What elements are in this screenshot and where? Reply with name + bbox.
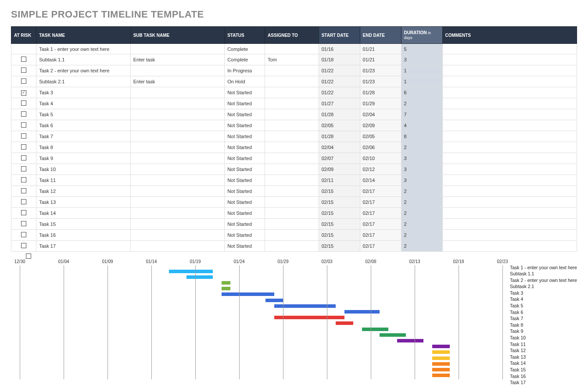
risk-checkbox[interactable] xyxy=(21,177,26,182)
task-name-cell[interactable]: Subtask 1.1 xyxy=(36,54,130,65)
task-name-cell[interactable]: Task 17 xyxy=(36,240,130,251)
risk-checkbox[interactable] xyxy=(21,232,26,237)
assigned-cell[interactable] xyxy=(265,175,319,185)
comments-cell[interactable] xyxy=(442,98,577,109)
comments-cell[interactable] xyxy=(442,44,577,54)
end-date-cell[interactable]: 01/21 xyxy=(360,44,401,54)
start-date-cell[interactable]: 02/05 xyxy=(319,120,360,131)
status-cell[interactable]: Not Started xyxy=(225,185,265,196)
end-date-cell[interactable]: 02/10 xyxy=(360,153,401,164)
start-date-cell[interactable]: 01/27 xyxy=(319,98,360,109)
subtask-name-cell[interactable] xyxy=(130,131,224,142)
status-cell[interactable]: Not Started xyxy=(225,218,265,229)
status-cell[interactable]: Not Started xyxy=(225,240,265,251)
start-date-cell[interactable]: 01/18 xyxy=(319,54,360,65)
subtask-name-cell[interactable] xyxy=(130,240,224,251)
end-date-cell[interactable]: 02/04 xyxy=(360,109,401,120)
task-name-cell[interactable]: Task 11 xyxy=(36,175,130,185)
start-date-cell[interactable]: 02/15 xyxy=(319,218,360,229)
assigned-cell[interactable] xyxy=(265,185,319,196)
start-date-cell[interactable]: 01/28 xyxy=(319,109,360,120)
status-cell[interactable]: Not Started xyxy=(225,196,265,207)
risk-checkbox[interactable] xyxy=(21,221,26,226)
status-cell[interactable]: Not Started xyxy=(225,142,265,153)
comments-cell[interactable] xyxy=(442,87,577,98)
duration-cell[interactable]: 2 xyxy=(401,207,442,218)
assigned-cell[interactable] xyxy=(265,109,319,120)
task-name-cell[interactable]: Task 16 xyxy=(36,229,130,240)
start-date-cell[interactable]: 01/28 xyxy=(319,131,360,142)
task-name-cell[interactable]: Task 4 xyxy=(36,98,130,109)
end-date-cell[interactable]: 02/17 xyxy=(360,196,401,207)
start-date-cell[interactable]: 02/09 xyxy=(319,164,360,175)
subtask-name-cell[interactable] xyxy=(130,98,224,109)
status-cell[interactable]: Not Started xyxy=(225,207,265,218)
start-date-cell[interactable]: 02/15 xyxy=(319,240,360,251)
assigned-cell[interactable]: Tom xyxy=(265,54,319,65)
status-cell[interactable]: Not Started xyxy=(225,87,265,98)
end-date-cell[interactable]: 02/09 xyxy=(360,120,401,131)
start-date-cell[interactable]: 01/22 xyxy=(319,65,360,76)
risk-checkbox[interactable] xyxy=(21,57,26,62)
duration-cell[interactable]: 2 xyxy=(401,196,442,207)
assigned-cell[interactable] xyxy=(265,44,319,54)
risk-checkbox[interactable] xyxy=(21,111,26,117)
assigned-cell[interactable] xyxy=(265,98,319,109)
start-date-cell[interactable]: 02/04 xyxy=(319,142,360,153)
status-cell[interactable]: Not Started xyxy=(225,164,265,175)
end-date-cell[interactable]: 02/17 xyxy=(360,218,401,229)
subtask-name-cell[interactable] xyxy=(130,120,224,131)
risk-checkbox-extra[interactable] xyxy=(26,253,31,259)
end-date-cell[interactable]: 02/05 xyxy=(360,131,401,142)
duration-cell[interactable]: 2 xyxy=(401,185,442,196)
duration-cell[interactable]: 6 xyxy=(401,87,442,98)
task-name-cell[interactable]: Task 7 xyxy=(36,131,130,142)
assigned-cell[interactable] xyxy=(265,65,319,76)
risk-checkbox[interactable] xyxy=(21,122,26,128)
comments-cell[interactable] xyxy=(442,153,577,164)
comments-cell[interactable] xyxy=(442,229,577,240)
status-cell[interactable]: Not Started xyxy=(225,120,265,131)
risk-checkbox[interactable] xyxy=(21,78,26,84)
status-cell[interactable]: Not Started xyxy=(225,153,265,164)
end-date-cell[interactable]: 01/23 xyxy=(360,65,401,76)
assigned-cell[interactable] xyxy=(265,120,319,131)
comments-cell[interactable] xyxy=(442,175,577,185)
task-name-cell[interactable]: Task 1 - enter your own text here xyxy=(36,44,130,54)
subtask-name-cell[interactable] xyxy=(130,207,224,218)
status-cell[interactable]: Not Started xyxy=(225,131,265,142)
end-date-cell[interactable]: 02/17 xyxy=(360,229,401,240)
subtask-name-cell[interactable] xyxy=(130,229,224,240)
task-name-cell[interactable]: Task 13 xyxy=(36,196,130,207)
subtask-name-cell[interactable] xyxy=(130,65,224,76)
task-name-cell[interactable]: Task 14 xyxy=(36,207,130,218)
end-date-cell[interactable]: 02/17 xyxy=(360,207,401,218)
comments-cell[interactable] xyxy=(442,65,577,76)
task-name-cell[interactable]: Task 10 xyxy=(36,164,130,175)
start-date-cell[interactable]: 02/15 xyxy=(319,229,360,240)
subtask-name-cell[interactable] xyxy=(130,44,224,54)
end-date-cell[interactable]: 02/14 xyxy=(360,175,401,185)
risk-checkbox[interactable] xyxy=(21,166,26,171)
task-name-cell[interactable]: Task 15 xyxy=(36,218,130,229)
end-date-cell[interactable]: 01/23 xyxy=(360,76,401,87)
duration-cell[interactable]: 8 xyxy=(401,131,442,142)
start-date-cell[interactable]: 02/15 xyxy=(319,185,360,196)
duration-cell[interactable]: 2 xyxy=(401,98,442,109)
subtask-name-cell[interactable]: Enter task xyxy=(130,76,224,87)
duration-cell[interactable]: 2 xyxy=(401,229,442,240)
assigned-cell[interactable] xyxy=(265,164,319,175)
risk-checkbox[interactable] xyxy=(21,68,26,73)
assigned-cell[interactable] xyxy=(265,196,319,207)
status-cell[interactable]: Not Started xyxy=(225,175,265,185)
start-date-cell[interactable]: 02/15 xyxy=(319,196,360,207)
end-date-cell[interactable]: 02/17 xyxy=(360,240,401,251)
task-name-cell[interactable]: Task 6 xyxy=(36,120,130,131)
task-name-cell[interactable]: Subtask 2.1 xyxy=(36,76,130,87)
risk-checkbox[interactable] xyxy=(21,210,26,215)
assigned-cell[interactable] xyxy=(265,207,319,218)
assigned-cell[interactable] xyxy=(265,153,319,164)
comments-cell[interactable] xyxy=(442,120,577,131)
duration-cell[interactable]: 4 xyxy=(401,120,442,131)
status-cell[interactable]: In Progress xyxy=(225,65,265,76)
